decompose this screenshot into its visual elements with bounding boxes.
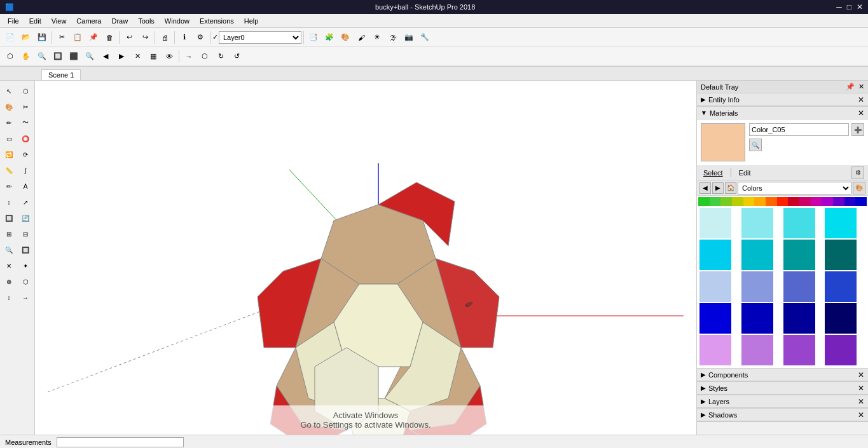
layers-header[interactable]: ▶ Layers ✕ — [697, 395, 868, 408]
swatch-4[interactable] — [699, 240, 731, 270]
menu-view[interactable]: View — [46, 16, 72, 26]
walk-tool[interactable]: 🔲 — [18, 242, 33, 257]
material-options-btn[interactable]: ⚙ — [851, 166, 864, 179]
strip-blue1[interactable] — [833, 197, 844, 206]
zoom-window-button[interactable]: 🔲 — [50, 49, 65, 64]
section-plane-tool[interactable]: 🔲 — [1, 210, 17, 226]
open-button[interactable]: 📂 — [18, 30, 34, 45]
swatch-3[interactable] — [825, 208, 857, 238]
match-photo-button[interactable]: 📷 — [401, 30, 417, 45]
offset-tool[interactable]: ⊟ — [18, 226, 33, 241]
swatch-7[interactable] — [825, 240, 857, 270]
strip-orange1[interactable] — [754, 197, 766, 206]
redo-button[interactable]: ↪ — [137, 30, 153, 45]
entity-info-header[interactable]: ▶ Entity Info ✕ — [697, 93, 868, 106]
shadows-header[interactable]: ▶ Shadows ✕ — [697, 409, 868, 421]
sample-material-btn[interactable]: 🔍 — [749, 139, 762, 151]
close-button[interactable]: ✕ — [857, 3, 863, 11]
next-view-button[interactable]: ▶ — [114, 49, 129, 64]
swatch-10[interactable] — [783, 271, 815, 302]
swatch-19[interactable] — [825, 335, 857, 365]
swatch-18[interactable] — [783, 335, 815, 365]
scene-tab-1[interactable]: Scene 1 — [41, 69, 81, 80]
components-close[interactable]: ✕ — [858, 370, 864, 379]
create-material-btn[interactable]: ➕ — [851, 123, 864, 136]
minimize-button[interactable]: ─ — [836, 3, 842, 11]
strip-orange2[interactable] — [766, 197, 777, 206]
tray-pin-icon[interactable]: 📌 — [846, 83, 855, 91]
circle-tool[interactable]: ⭕ — [18, 131, 33, 146]
paint-tool[interactable]: 🎨 — [1, 99, 17, 114]
axes-tool[interactable]: ↕ — [1, 194, 17, 210]
strip-red1[interactable] — [777, 197, 789, 206]
undo-button[interactable]: ↩ — [121, 30, 137, 45]
swatch-0[interactable] — [699, 208, 731, 238]
zoom-extents-button[interactable]: ⬛ — [66, 49, 81, 64]
swatch-2[interactable] — [783, 208, 815, 238]
titlebar-controls[interactable]: ─ □ ✕ — [836, 3, 863, 11]
menu-draw[interactable]: Draw — [106, 16, 133, 26]
paste-button[interactable]: 📌 — [86, 30, 101, 45]
rect-tool[interactable]: ▭ — [1, 131, 17, 146]
viewport[interactable]: ✏ Activate Windows Go to Settings to act… — [35, 81, 696, 435]
advanced-button[interactable]: 🔧 — [417, 30, 432, 45]
zoom-button[interactable]: 🔍 — [34, 49, 50, 64]
swatch-8[interactable] — [699, 271, 731, 302]
position-camera-tool[interactable]: ✦ — [18, 258, 33, 273]
materials-header[interactable]: ▼ Materials ✕ — [697, 107, 868, 119]
edit-tab[interactable]: Edit — [736, 168, 754, 177]
swatch-13[interactable] — [741, 303, 773, 334]
shadows-close[interactable]: ✕ — [858, 411, 864, 419]
line-tool[interactable]: ✏ — [1, 115, 17, 130]
push-pull-tool[interactable]: 🔁 — [1, 147, 17, 162]
component-tool[interactable]: ⬡ — [18, 83, 33, 98]
strip-yellow2[interactable] — [743, 197, 755, 206]
styles-close[interactable]: ✕ — [858, 384, 864, 393]
model-info-button[interactable]: ℹ — [177, 30, 192, 45]
styles-button[interactable]: 🖌 — [354, 30, 369, 45]
layers-close[interactable]: ✕ — [858, 397, 864, 406]
select-tool[interactable]: ↖ — [1, 83, 17, 98]
strip-pink1[interactable] — [799, 197, 811, 206]
maximize-button[interactable]: □ — [847, 3, 851, 11]
orbit-button[interactable]: ⬡ — [3, 49, 18, 64]
strip-green2[interactable] — [710, 197, 721, 206]
look-around-tool[interactable]: ✕ — [1, 258, 17, 273]
materials-button[interactable]: 🎨 — [338, 30, 353, 45]
push-tool[interactable]: → — [18, 290, 33, 305]
entity-info-close[interactable]: ✕ — [858, 95, 864, 104]
colors-dropdown[interactable]: Colors — [738, 182, 851, 194]
strip-yellow1[interactable] — [732, 197, 743, 206]
preferences-button[interactable]: ⚙ — [193, 30, 208, 45]
menu-edit[interactable]: Edit — [24, 16, 46, 26]
3d-text-tool[interactable]: A — [18, 179, 33, 194]
fog-button[interactable]: 🌫 — [385, 30, 401, 45]
swatch-16[interactable] — [699, 335, 731, 365]
copy-button[interactable]: 📋 — [70, 30, 85, 45]
sandbox-tool[interactable]: ⊕ — [1, 274, 17, 289]
swatch-17[interactable] — [741, 335, 773, 365]
prev-view-button[interactable]: ◀ — [98, 49, 113, 64]
strip-pink2[interactable] — [811, 197, 822, 206]
swatch-15[interactable] — [825, 303, 857, 334]
styles-header[interactable]: ▶ Styles ✕ — [697, 382, 868, 395]
strip-blue2[interactable] — [844, 197, 856, 206]
nav-forward-btn[interactable]: ▶ — [712, 182, 724, 194]
swatch-1[interactable] — [741, 208, 773, 238]
strip-red2[interactable] — [788, 197, 799, 206]
menu-help[interactable]: Help — [239, 16, 264, 26]
zoom-tool[interactable]: 🔍 — [1, 242, 17, 257]
swatch-6[interactable] — [783, 240, 815, 270]
section-cut-button[interactable]: ✕ — [130, 49, 145, 64]
material-name-input[interactable] — [749, 123, 849, 136]
dimensions-tool[interactable]: ↗ — [18, 194, 33, 210]
view-front-button[interactable]: ↻ — [213, 49, 228, 64]
swatch-9[interactable] — [741, 271, 773, 302]
cut-button[interactable]: ✂ — [54, 30, 69, 45]
menu-window[interactable]: Window — [160, 16, 195, 26]
shadows-button[interactable]: ☀ — [369, 30, 385, 45]
swatch-12[interactable] — [699, 303, 731, 334]
arc-tool[interactable]: 〜 — [18, 115, 33, 130]
strip-green3[interactable] — [720, 197, 732, 206]
zoom-selected-button[interactable]: 🔍 — [82, 49, 97, 64]
